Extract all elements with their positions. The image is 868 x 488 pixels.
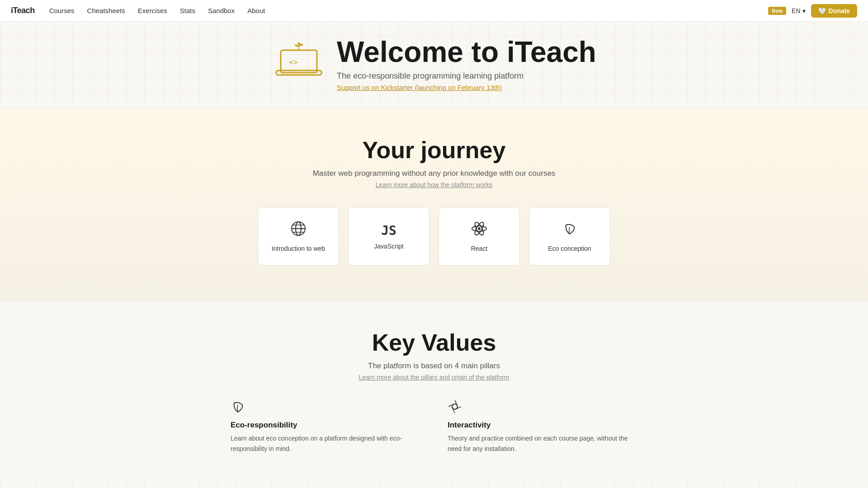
values-learn-more-link[interactable]: Learn more about the pillars and origin … (359, 374, 509, 381)
navbar: iTeach Courses Cheatsheets Exercises Sta… (0, 0, 868, 22)
hero-kickstarter-link[interactable]: Support us on Kickstarter (launching on … (337, 84, 596, 91)
course-label-react: React (471, 245, 488, 252)
values-title: Key Values (9, 329, 859, 356)
journey-title: Your journey (9, 136, 859, 164)
svg-point-12 (478, 227, 481, 230)
nav-link-exercises[interactable]: Exercises (138, 7, 167, 14)
nav-right: Beta EN ▾ 🤍 Donate (768, 4, 857, 18)
nav-link-stats[interactable]: Stats (180, 7, 195, 14)
lang-selector[interactable]: EN ▾ (792, 7, 805, 14)
heart-icon: 🤍 (818, 7, 826, 14)
journey-subtitle: Master web programming without any prior… (9, 169, 859, 178)
chevron-down-icon: ▾ (802, 7, 806, 14)
value-desc-interactivity: Theory and practice combined on each cou… (448, 433, 637, 454)
course-cards: Introduction to web JS JavaScript React (9, 207, 859, 266)
svg-rect-1 (281, 50, 317, 73)
globe-icon (290, 221, 307, 240)
course-label-intro-web: Introduction to web (272, 245, 325, 252)
course-card-eco[interactable]: Eco conception (529, 207, 610, 266)
nav-link-sandbox[interactable]: Sandbox (208, 7, 235, 14)
values-subtitle: The platform is based on 4 main pillars (9, 361, 859, 371)
value-item-interactivity: Interactivity Theory and practice combin… (448, 399, 637, 454)
nav-link-cheatsheets[interactable]: Cheatsheets (87, 7, 125, 14)
course-card-react[interactable]: React (439, 207, 520, 266)
value-item-eco: Eco-responsibility Learn about eco conce… (231, 399, 420, 454)
laptop-icon: <> (272, 41, 326, 86)
beta-badge: Beta (768, 7, 786, 15)
nav-logo[interactable]: iTeach (11, 6, 35, 15)
course-card-intro-web[interactable]: Introduction to web (258, 207, 339, 266)
values-grid: Eco-responsibility Learn about eco conce… (231, 399, 637, 454)
journey-learn-more-link[interactable]: Learn more about how the platform works (376, 181, 492, 188)
leaf-icon (561, 221, 578, 240)
hero-subtitle: The eco-responsible programming learning… (337, 71, 596, 81)
hero-title: Welcome to iTeach (337, 36, 596, 68)
hero-text: Welcome to iTeach The eco-responsible pr… (337, 36, 596, 91)
value-title-eco: Eco-responsibility (231, 421, 420, 430)
nav-link-courses[interactable]: Courses (49, 7, 75, 14)
course-label-eco: Eco conception (548, 245, 591, 252)
svg-text:<>: <> (289, 58, 297, 66)
nav-links: Courses Cheatsheets Exercises Stats Sand… (49, 7, 769, 14)
value-title-interactivity: Interactivity (448, 421, 637, 430)
hero-inner: <> Welcome to iTeach The eco-responsible… (272, 36, 596, 91)
eco-icon (231, 399, 420, 417)
svg-point-3 (297, 42, 300, 45)
donate-button[interactable]: 🤍 Donate (811, 4, 857, 18)
react-icon (471, 221, 487, 240)
interactivity-icon (448, 399, 637, 417)
values-section: Key Values The platform is based on 4 ma… (0, 302, 868, 481)
js-icon: JS (381, 223, 396, 238)
nav-link-about[interactable]: About (247, 7, 265, 14)
journey-section: Your journey Master web programming with… (0, 109, 868, 302)
course-label-javascript: JavaScript (374, 243, 403, 250)
course-card-javascript[interactable]: JS JavaScript (348, 207, 429, 266)
value-desc-eco: Learn about eco conception on a platform… (231, 433, 420, 454)
